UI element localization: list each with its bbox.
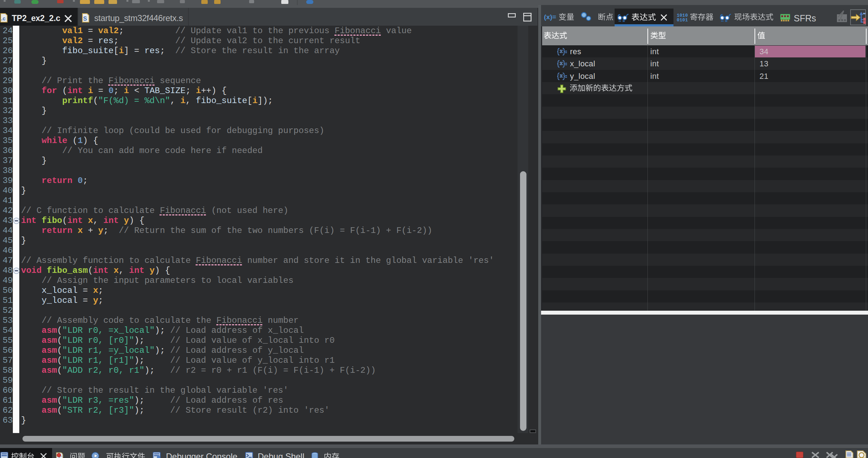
- svg-text:.c: .c: [1, 15, 6, 21]
- svg-text:(x)=: (x)=: [544, 13, 556, 21]
- svg-text:0101: 0101: [677, 17, 688, 22]
- svg-text:S: S: [83, 16, 87, 22]
